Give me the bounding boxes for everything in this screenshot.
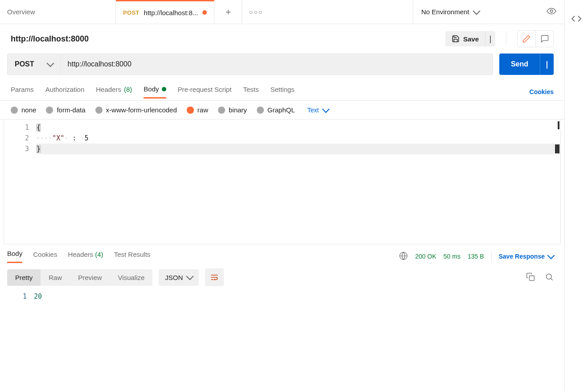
- response-status: 200 OK: [415, 253, 436, 260]
- radio-icon: [257, 107, 264, 114]
- response-headers-count: (4): [95, 251, 103, 258]
- segment-visualize[interactable]: Visualize: [110, 269, 153, 286]
- body-type-row: none form-data x-www-form-urlencoded raw…: [0, 101, 564, 119]
- save-dropdown-button[interactable]: [485, 31, 495, 46]
- save-button-group: Save: [445, 31, 495, 46]
- response-tab-body[interactable]: Body: [7, 250, 22, 263]
- send-button-label: Send: [511, 60, 528, 68]
- svg-rect-2: [530, 276, 535, 280]
- cookies-link[interactable]: Cookies: [530, 88, 554, 95]
- wrap-lines-button[interactable]: [205, 268, 224, 286]
- body-type-none[interactable]: none: [11, 106, 36, 114]
- tab-tests[interactable]: Tests: [243, 86, 259, 98]
- svg-point-3: [546, 274, 551, 279]
- method-dropdown[interactable]: POST: [8, 54, 61, 74]
- tab-options-button[interactable]: ○○○: [242, 0, 270, 24]
- response-size: 135 B: [468, 253, 484, 260]
- response-gutter: 1: [0, 292, 34, 300]
- chevron-down-icon: [322, 105, 330, 113]
- tab-overview[interactable]: Overview: [0, 0, 116, 24]
- title-action-group: [517, 30, 554, 47]
- response-code: 20: [34, 292, 564, 300]
- response-view-segments: Pretty Raw Preview Visualize: [7, 269, 152, 286]
- raw-subtype-dropdown[interactable]: Text: [308, 107, 329, 114]
- tab-prerequest[interactable]: Pre-request Script: [178, 86, 232, 98]
- response-tab-headers[interactable]: Headers (4): [68, 251, 103, 263]
- copy-response-button[interactable]: [526, 272, 535, 283]
- method-value: POST: [15, 60, 34, 68]
- send-button[interactable]: Send: [499, 54, 540, 75]
- tab-bar: Overview POST http://localhost:8... ＋ ○○…: [0, 0, 564, 24]
- response-line-1: 20: [34, 292, 42, 300]
- tab-headers[interactable]: Headers (8): [96, 86, 132, 98]
- radio-icon: [95, 107, 103, 114]
- environment-preview-button[interactable]: [547, 6, 556, 17]
- send-button-group: Send: [499, 54, 554, 75]
- tab-method-badge: POST: [123, 9, 140, 16]
- save-icon: [452, 35, 460, 43]
- segment-raw[interactable]: Raw: [41, 269, 70, 286]
- response-meta: 200 OK 50 ms 135 B Save Response: [399, 251, 554, 262]
- headers-count: (8): [124, 86, 132, 93]
- save-button-label: Save: [463, 35, 479, 43]
- body-type-raw[interactable]: raw: [187, 106, 208, 114]
- code-icon: [571, 13, 582, 24]
- body-type-xwww[interactable]: x-www-form-urlencoded: [95, 106, 177, 114]
- new-tab-button[interactable]: ＋: [214, 0, 242, 24]
- environment-dropdown[interactable]: No Environment: [421, 8, 479, 16]
- chevron-down-icon: [46, 60, 54, 67]
- tab-active-request[interactable]: POST http://localhost:8...: [116, 0, 214, 24]
- chevron-down-icon: [186, 273, 194, 280]
- svg-point-0: [550, 10, 553, 12]
- scrollbar-thumb[interactable]: [558, 121, 559, 129]
- radio-icon: [11, 107, 18, 114]
- tab-overview-label: Overview: [7, 8, 35, 16]
- chevron-down-icon: [490, 36, 491, 43]
- editor-gutter: 1 2 3: [4, 119, 36, 154]
- edit-button[interactable]: [518, 31, 535, 47]
- url-input-group: POST: [7, 54, 493, 75]
- comment-button[interactable]: [535, 31, 553, 47]
- svg-line-4: [551, 278, 553, 280]
- radio-icon: [218, 107, 225, 114]
- body-type-graphql[interactable]: GraphQL: [257, 106, 295, 114]
- globe-icon: [399, 251, 408, 260]
- url-input[interactable]: [61, 54, 493, 74]
- response-tab-testresults[interactable]: Test Results: [114, 251, 151, 263]
- search-icon: [545, 272, 554, 281]
- response-tabs: Body Cookies Headers (4) Test Results 20…: [0, 244, 564, 264]
- request-body-editor[interactable]: 1 2 3 { ····"X"· : ·5 }: [4, 119, 561, 244]
- environment-label: No Environment: [421, 8, 469, 16]
- tab-settings[interactable]: Settings: [270, 86, 294, 98]
- search-response-button[interactable]: [545, 272, 554, 283]
- tab-title: http://localhost:8...: [144, 9, 198, 16]
- response-toolbar: Pretty Raw Preview Visualize JSON: [0, 264, 564, 291]
- chevron-down-icon: [473, 7, 480, 15]
- save-button[interactable]: Save: [445, 31, 485, 46]
- code-snippet-button[interactable]: [571, 13, 582, 25]
- request-title-row: http://localhost:8000 Save: [0, 24, 564, 50]
- segment-pretty[interactable]: Pretty: [7, 269, 41, 286]
- response-body-viewer[interactable]: 1 20: [0, 291, 564, 300]
- environment-area: No Environment: [413, 0, 564, 24]
- save-response-dropdown[interactable]: Save Response: [499, 253, 554, 260]
- divider: [491, 251, 492, 262]
- more-dots-icon: ○○○: [249, 8, 263, 16]
- plus-icon: ＋: [224, 6, 233, 18]
- comment-icon: [540, 34, 549, 43]
- tab-params[interactable]: Params: [11, 86, 34, 98]
- body-type-formdata[interactable]: form-data: [46, 106, 85, 114]
- wrap-icon: [210, 273, 219, 282]
- tab-authorization[interactable]: Authorization: [45, 86, 85, 98]
- url-bar-row: POST Send: [0, 50, 564, 81]
- request-title: http://localhost:8000: [11, 34, 439, 44]
- body-type-binary[interactable]: binary: [218, 106, 247, 114]
- response-language-dropdown[interactable]: JSON: [159, 269, 199, 286]
- send-dropdown-button[interactable]: [540, 54, 554, 75]
- request-tabs: Params Authorization Headers (8) Body Pr…: [0, 81, 564, 101]
- eye-icon: [547, 6, 556, 16]
- network-info-button[interactable]: [399, 251, 408, 262]
- tab-body[interactable]: Body: [144, 85, 166, 99]
- response-tab-cookies[interactable]: Cookies: [33, 251, 57, 263]
- segment-preview[interactable]: Preview: [70, 269, 110, 286]
